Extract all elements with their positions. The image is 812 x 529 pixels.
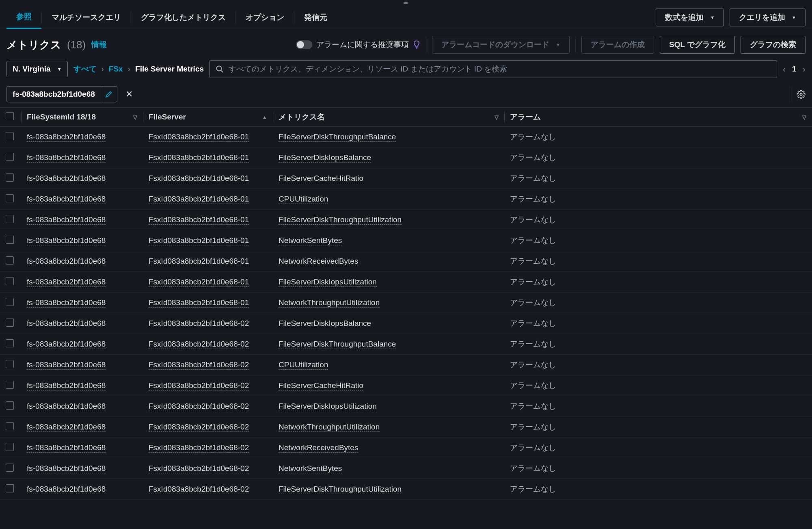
metric-name-link[interactable]: FileServerDiskIopsUtilization [279,402,377,411]
row-checkbox[interactable] [6,319,14,327]
row-checkbox[interactable] [6,215,14,223]
fileserver-link[interactable]: FsxId083a8bcb2bf1d0e68-02 [149,340,249,349]
filesystem-id-link[interactable]: fs-083a8bcb2bf1d0e68 [27,257,106,266]
tab-browse[interactable]: 参照 [6,6,41,29]
fileserver-link[interactable]: FsxId083a8bcb2bf1d0e68-02 [149,464,249,473]
row-checkbox[interactable] [6,277,14,285]
add-query-button[interactable]: クエリを追加 [730,9,806,26]
fileserver-link[interactable]: FsxId083a8bcb2bf1d0e68-01 [149,236,249,245]
row-checkbox[interactable] [6,339,14,347]
row-checkbox[interactable] [6,464,14,472]
alarm-recommendation-toggle[interactable] [296,40,312,49]
fileserver-link[interactable]: FsxId083a8bcb2bf1d0e68-01 [149,195,249,204]
download-alarm-code-button[interactable]: アラームコードのダウンロード [432,36,570,54]
add-formula-button[interactable]: 数式を追加 [656,9,724,26]
filesystem-id-link[interactable]: fs-083a8bcb2bf1d0e68 [27,319,106,328]
metric-name-link[interactable]: NetworkReceivedBytes [279,257,358,266]
metric-name-link[interactable]: FileServerDiskIopsBalance [279,153,371,163]
fileserver-link[interactable]: FsxId083a8bcb2bf1d0e68-01 [149,278,249,287]
row-checkbox[interactable] [6,256,14,264]
fileserver-link[interactable]: FsxId083a8bcb2bf1d0e68-02 [149,423,249,432]
filesystem-id-link[interactable]: fs-083a8bcb2bf1d0e68 [27,443,106,453]
metric-name-link[interactable]: NetworkThroughputUtilization [279,423,380,432]
metric-name-link[interactable]: NetworkReceivedBytes [279,443,358,453]
filesystem-id-link[interactable]: fs-083a8bcb2bf1d0e68 [27,278,106,287]
row-checkbox[interactable] [6,153,14,161]
metric-name-link[interactable]: CPUUtilization [279,195,328,204]
row-checkbox[interactable] [6,443,14,451]
fileserver-link[interactable]: FsxId083a8bcb2bf1d0e68-01 [149,132,249,142]
row-checkbox[interactable] [6,298,14,306]
filesystem-id-link[interactable]: fs-083a8bcb2bf1d0e68 [27,360,106,370]
fileserver-link[interactable]: FsxId083a8bcb2bf1d0e68-01 [149,215,249,225]
info-link[interactable]: 情報 [91,39,107,50]
column-header-filesystem[interactable]: FileSystemId 18/18▽ [21,108,143,127]
row-checkbox[interactable] [6,194,14,202]
row-checkbox[interactable] [6,173,14,182]
column-header-metric[interactable]: メトリクス名▽ [273,108,504,127]
metric-name-link[interactable]: FileServerDiskThroughputBalance [279,132,396,142]
fileserver-link[interactable]: FsxId083a8bcb2bf1d0e68-01 [149,174,249,183]
filesystem-id-link[interactable]: fs-083a8bcb2bf1d0e68 [27,195,106,204]
tab-graphed[interactable]: グラフ化したメトリクス [131,6,235,29]
search-field[interactable] [209,60,777,78]
filesystem-id-link[interactable]: fs-083a8bcb2bf1d0e68 [27,298,106,308]
row-checkbox[interactable] [6,484,14,492]
row-checkbox[interactable] [6,360,14,368]
fileserver-link[interactable]: FsxId083a8bcb2bf1d0e68-02 [149,360,249,370]
filesystem-id-link[interactable]: fs-083a8bcb2bf1d0e68 [27,423,106,432]
fileserver-link[interactable]: FsxId083a8bcb2bf1d0e68-02 [149,402,249,411]
create-alarm-button[interactable]: アラームの作成 [581,36,654,54]
column-header-fileserver[interactable]: FileServer▲ [143,108,273,127]
region-selector[interactable]: N. Virginia [6,61,68,77]
tab-multi-source[interactable]: マルチソースクエリ [42,6,131,29]
row-checkbox[interactable] [6,422,14,430]
tab-options[interactable]: オプション [236,6,294,29]
row-checkbox[interactable] [6,236,14,244]
tab-source[interactable]: 発信元 [294,6,337,29]
fileserver-link[interactable]: FsxId083a8bcb2bf1d0e68-02 [149,381,249,390]
fileserver-link[interactable]: FsxId083a8bcb2bf1d0e68-01 [149,257,249,266]
fileserver-link[interactable]: FsxId083a8bcb2bf1d0e68-02 [149,443,249,453]
breadcrumb-fsx[interactable]: FSx [109,65,123,74]
metric-name-link[interactable]: NetworkSentBytes [279,236,342,245]
metric-name-link[interactable]: FileServerCacheHitRatio [279,174,363,183]
row-checkbox[interactable] [6,381,14,389]
panel-drag-handle[interactable]: ═ [0,0,812,6]
filesystem-id-link[interactable]: fs-083a8bcb2bf1d0e68 [27,236,106,245]
metric-name-link[interactable]: FileServerDiskIopsUtilization [279,278,377,287]
fileserver-link[interactable]: FsxId083a8bcb2bf1d0e68-01 [149,298,249,308]
metric-name-link[interactable]: NetworkSentBytes [279,464,342,473]
filter-chip-remove-button[interactable]: ✕ [121,87,137,102]
filesystem-id-link[interactable]: fs-083a8bcb2bf1d0e68 [27,153,106,163]
filter-chip-edit-button[interactable] [101,87,117,102]
filesystem-id-link[interactable]: fs-083a8bcb2bf1d0e68 [27,340,106,349]
fileserver-link[interactable]: FsxId083a8bcb2bf1d0e68-02 [149,485,249,494]
search-input[interactable] [229,65,771,74]
metric-name-link[interactable]: FileServerDiskIopsBalance [279,319,371,328]
filesystem-id-link[interactable]: fs-083a8bcb2bf1d0e68 [27,464,106,473]
metric-name-link[interactable]: FileServerCacheHitRatio [279,381,363,390]
row-checkbox[interactable] [6,132,14,140]
column-header-alarm[interactable]: アラーム▽ [504,108,812,127]
fileserver-link[interactable]: FsxId083a8bcb2bf1d0e68-02 [149,319,249,328]
filesystem-id-link[interactable]: fs-083a8bcb2bf1d0e68 [27,485,106,494]
search-graph-button[interactable]: グラフの検索 [741,36,806,54]
fileserver-link[interactable]: FsxId083a8bcb2bf1d0e68-01 [149,153,249,163]
metric-name-link[interactable]: FileServerDiskThroughputBalance [279,340,396,349]
metric-name-link[interactable]: NetworkThroughputUtilization [279,298,380,308]
page-next-button[interactable]: › [803,65,806,74]
metric-name-link[interactable]: FileServerDiskThroughputUtilization [279,485,402,494]
page-prev-button[interactable]: ‹ [783,65,786,74]
select-all-checkbox[interactable] [6,112,14,120]
filesystem-id-link[interactable]: fs-083a8bcb2bf1d0e68 [27,174,106,183]
sql-graph-button[interactable]: SQL でグラフ化 [660,36,735,54]
metric-name-link[interactable]: FileServerDiskThroughputUtilization [279,215,402,225]
breadcrumb-all[interactable]: すべて [73,64,97,74]
metric-name-link[interactable]: CPUUtilization [279,360,328,370]
filesystem-id-link[interactable]: fs-083a8bcb2bf1d0e68 [27,132,106,142]
filesystem-id-link[interactable]: fs-083a8bcb2bf1d0e68 [27,215,106,225]
filesystem-id-link[interactable]: fs-083a8bcb2bf1d0e68 [27,402,106,411]
row-checkbox[interactable] [6,401,14,410]
settings-button[interactable] [797,90,806,99]
